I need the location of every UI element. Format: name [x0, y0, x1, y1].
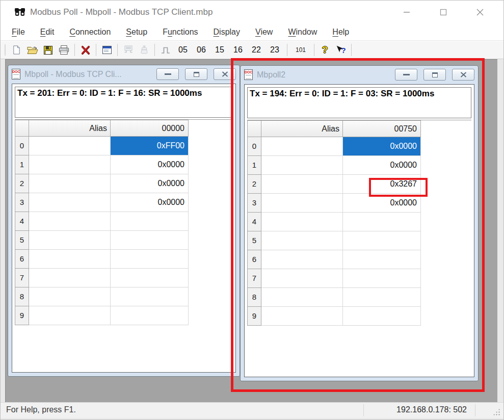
menu-window[interactable]: Window — [288, 28, 317, 37]
print-icon — [59, 45, 69, 55]
save-file-button[interactable] — [40, 43, 56, 57]
register-value-cell[interactable]: 0x0000 — [111, 155, 189, 174]
grid-header-row: Alias00000 — [15, 120, 233, 137]
maximize-button[interactable] — [425, 1, 462, 23]
grid-row-6: 6 — [15, 250, 233, 269]
poll-statusline: Tx = 201: Err = 0: ID = 1: F = 16: SR = … — [15, 87, 233, 118]
communication-traffic-button[interactable] — [120, 43, 136, 57]
document-icon: DOC — [12, 69, 20, 80]
row-header-cell[interactable]: 8 — [15, 287, 29, 306]
modbus-poll-window: Modbus Poll - Mbpoll - Modbus TCP Client… — [0, 0, 504, 420]
open-file-button[interactable] — [24, 43, 40, 57]
register-value-cell[interactable] — [111, 212, 189, 231]
binoculars-app-icon — [14, 7, 25, 17]
function-button-15[interactable]: 15 — [215, 45, 225, 55]
status-bar: For Help, press F1. 192.168.0.178: 502 — [1, 402, 503, 418]
minimize-button[interactable] — [388, 1, 425, 23]
new-file-button[interactable] — [9, 43, 24, 57]
help-button[interactable]: ? — [317, 43, 333, 57]
grid-row-4: 4 — [15, 212, 233, 231]
display-log-icon — [140, 45, 149, 55]
alias-cell[interactable] — [29, 231, 111, 250]
function-buttons: 050615162223 — [178, 45, 280, 55]
new-file-icon — [12, 45, 21, 55]
register-format-button[interactable]: 101 — [296, 46, 306, 54]
setup-window-button[interactable] — [99, 43, 115, 57]
open-file-icon — [27, 45, 38, 55]
register-value-cell[interactable]: 0xFF00 — [111, 137, 189, 155]
values-column-header[interactable]: 00000 — [111, 120, 189, 137]
menu-help[interactable]: Help — [332, 28, 349, 37]
alias-cell[interactable] — [29, 137, 111, 155]
alias-cell[interactable] — [29, 193, 111, 212]
row-header-cell[interactable]: 7 — [15, 269, 29, 287]
function-button-16[interactable]: 16 — [233, 45, 243, 55]
row-header-cell[interactable]: 5 — [15, 231, 29, 250]
menu-functions[interactable]: Functions — [163, 28, 198, 37]
alias-cell[interactable] — [29, 155, 111, 174]
print-button[interactable] — [56, 43, 72, 57]
close-button[interactable] — [462, 1, 498, 23]
alias-cell[interactable] — [29, 174, 111, 193]
menu-file[interactable]: File — [12, 28, 25, 37]
window-controls — [388, 1, 498, 23]
row-header-cell[interactable]: 2 — [15, 174, 29, 193]
alias-cell[interactable] — [29, 212, 111, 231]
row-header-cell[interactable]: 1 — [15, 155, 29, 174]
child-minimize-button[interactable] — [156, 68, 179, 80]
statusbar-separator — [475, 404, 475, 416]
register-value-cell[interactable] — [111, 250, 189, 269]
annotation-rectangle-cell — [369, 178, 428, 197]
register-value-cell[interactable] — [111, 231, 189, 250]
row-header-cell[interactable]: 4 — [15, 212, 29, 231]
toolbar-separator — [314, 44, 314, 56]
alias-cell[interactable] — [29, 269, 111, 287]
register-value-cell[interactable]: 0x0000 — [111, 193, 189, 212]
function-button-05[interactable]: 05 — [178, 45, 188, 55]
alias-cell[interactable] — [29, 306, 111, 325]
function-button-23[interactable]: 23 — [270, 45, 280, 55]
maximize-icon — [438, 7, 448, 17]
help-icon: ? — [322, 44, 328, 56]
child-window-mbpoll1[interactable]: DOC Mbpoll - Modbus TCP Cli... Tx = 201:… — [8, 65, 240, 377]
setup-window-icon — [102, 45, 112, 55]
grid-row-2: 20x0000 — [15, 174, 233, 193]
title-bar[interactable]: Modbus Poll - Mbpoll - Modbus TCP Client… — [1, 1, 503, 23]
display-log-button[interactable] — [136, 43, 152, 57]
alias-cell[interactable] — [29, 287, 111, 306]
alias-column-header[interactable]: Alias — [29, 120, 111, 137]
register-value-cell[interactable] — [111, 269, 189, 287]
menu-edit[interactable]: Edit — [40, 28, 55, 37]
function-button-22[interactable]: 22 — [251, 45, 261, 55]
toolbar-separator — [96, 44, 96, 56]
function-button-06[interactable]: 06 — [196, 45, 206, 55]
row-header-cell[interactable]: 9 — [15, 306, 29, 325]
child-window-title: Mbpoll - Modbus TCP Cli... — [24, 70, 122, 79]
toolbar-grip[interactable] — [5, 44, 6, 56]
child-title-bar[interactable]: DOC Mbpoll - Modbus TCP Cli... — [8, 65, 240, 83]
child-restore-button[interactable] — [185, 68, 207, 80]
row-header-cell[interactable]: 6 — [15, 250, 29, 269]
row-header-cell[interactable]: 3 — [15, 193, 29, 212]
connection-address: 192.168.0.178: 502 — [396, 405, 467, 414]
status-help-text: For Help, press F1. — [6, 405, 76, 414]
disconnect-button[interactable] — [77, 43, 93, 57]
context-help-button[interactable]: ? — [333, 43, 349, 57]
register-value-cell[interactable] — [111, 287, 189, 306]
resize-grip[interactable] — [493, 408, 500, 415]
window-bottom-frame — [1, 418, 503, 420]
statusbar-separator — [363, 404, 364, 416]
toolbar-separator — [117, 44, 118, 56]
row-header-cell[interactable]: 0 — [15, 137, 29, 155]
toolbar-separator — [351, 44, 352, 56]
register-value-cell[interactable]: 0x0000 — [111, 174, 189, 193]
pulse-button[interactable] — [157, 43, 173, 57]
register-grid: Alias0000000xFF0010x000020x000030x000045… — [15, 119, 233, 325]
menu-view[interactable]: View — [255, 28, 273, 37]
alias-cell[interactable] — [29, 250, 111, 269]
menu-setup[interactable]: Setup — [126, 28, 147, 37]
menu-display[interactable]: Display — [214, 28, 240, 37]
grid-row-3: 30x0000 — [15, 193, 233, 212]
menu-connection[interactable]: Connection — [69, 28, 111, 37]
register-value-cell[interactable] — [111, 306, 189, 325]
